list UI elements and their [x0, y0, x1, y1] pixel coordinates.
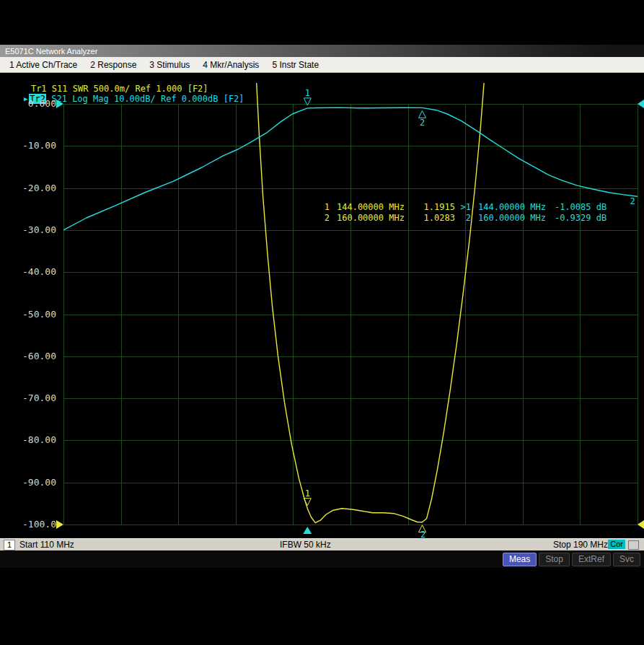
start-frequency-label: Start 110 MHz — [19, 540, 74, 550]
channel-indicator: 1 — [4, 540, 15, 550]
marker-frequency: 160.00000 MHz — [478, 213, 546, 224]
y-axis-label: -30.00 — [4, 224, 56, 236]
marker-number-label: 1 — [305, 488, 310, 499]
trace-end-number-label: 2 — [630, 196, 635, 206]
menu-item-4[interactable]: 4 Mkr/Analysis — [203, 60, 259, 70]
menu-item-2[interactable]: 2 Response — [90, 60, 136, 70]
y-axis-label: 0.000 — [4, 98, 56, 110]
menu-item-5[interactable]: 5 Instr State — [272, 60, 319, 70]
y-axis-label: -50.00 — [4, 309, 56, 320]
y-axis-label: -80.00 — [4, 434, 56, 446]
y-axis-label: -70.00 — [4, 392, 56, 404]
trace2-params: S21 Log Mag 10.00dB/ Ref 0.000dB [F2] — [46, 94, 244, 104]
window-titlebar[interactable]: E5071C Network Analyzer — [0, 45, 644, 57]
marker-row: >1 144.00000 MHz -1.0085 dB — [456, 202, 606, 213]
marker-value: 1.0283 — [413, 213, 455, 224]
y-axis-label: -100.0 — [4, 519, 56, 530]
marker-value: 1.1915 — [413, 202, 455, 213]
window-title: E5071C Network Analyzer — [5, 47, 97, 56]
ref-level-arrow-right — [638, 520, 644, 529]
marker-frequency: 160.00000 MHz — [337, 213, 405, 224]
y-axis-label: -90.00 — [4, 477, 56, 488]
y-axis-label: -40.00 — [4, 266, 56, 278]
menu-item-1[interactable]: 1 Active Ch/Trace — [9, 60, 77, 70]
marker-row: 2 160.00000 MHz -0.9329 dB — [456, 213, 606, 224]
softkey-svc[interactable]: Svc — [613, 553, 640, 566]
marker-value: -0.9329 dB — [555, 213, 606, 224]
marker-number: >1 — [456, 202, 471, 213]
softkey-extref[interactable]: ExtRef — [572, 553, 611, 566]
softkey-meas[interactable]: Meas — [503, 553, 537, 566]
status-mini-box — [628, 540, 639, 550]
y-axis-label: -10.00 — [4, 140, 56, 152]
marker-value: -1.0085 dB — [555, 202, 606, 213]
marker-number: 2 — [315, 213, 330, 224]
ref-level-arrow-right — [638, 100, 644, 108]
instrument-screen: E5071C Network Analyzer 1 Active Ch/Trac… — [0, 0, 644, 645]
marker-number: 2 — [456, 213, 471, 224]
marker-2-tr2-icon[interactable] — [419, 110, 426, 118]
y-axis-label: -60.00 — [4, 351, 56, 362]
marker-number-label: 1 — [305, 88, 310, 98]
correction-badge: Cor — [608, 540, 625, 549]
ref-level-arrow-left — [56, 520, 63, 529]
grid-lines — [63, 104, 638, 525]
marker-readout-tr1: 1 144.00000 MHz 1.1915 2 160.00000 MHz 1… — [315, 202, 455, 224]
marker-readout-tr2: >1 144.00000 MHz -1.0085 dB 2 160.00000 … — [456, 202, 606, 224]
marker-row: 1 144.00000 MHz 1.1915 — [315, 202, 455, 213]
marker-frequency: 144.00000 MHz — [337, 202, 405, 213]
active-marker-stimulus-indicator — [303, 527, 312, 534]
softkey-bar: MeasStopExtRefSvc — [0, 550, 644, 568]
menu-item-3[interactable]: 3 Stimulus — [149, 60, 190, 70]
stop-frequency-label: Stop 190 MHz — [553, 540, 608, 550]
marker-number-label: 2 — [420, 118, 425, 128]
status-bar: 1 Start 110 MHz IFBW 50 kHz Stop 190 MHz… — [0, 538, 644, 550]
trace-tr1 — [257, 83, 484, 523]
menu-bar: 1 Active Ch/Trace2 Response3 Stimulus4 M… — [0, 57, 644, 73]
marker-row: 2 160.00000 MHz 1.0283 — [315, 213, 455, 224]
ifbw-label: IFBW 50 kHz — [280, 540, 331, 550]
y-axis-label: -20.00 — [4, 183, 56, 194]
softkey-stop[interactable]: Stop — [539, 553, 570, 566]
marker-frequency: 144.00000 MHz — [478, 202, 546, 213]
marker-number: 1 — [315, 202, 330, 213]
